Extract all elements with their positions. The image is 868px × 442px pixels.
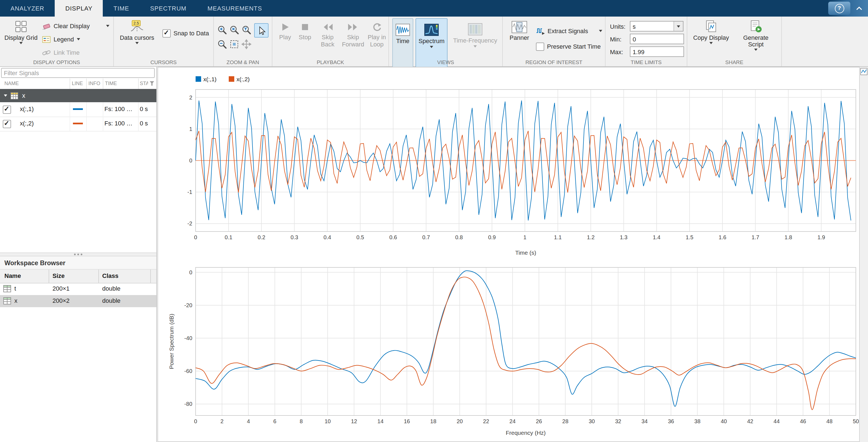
- svg-text:38: 38: [694, 418, 700, 424]
- fit-to-view-button[interactable]: [228, 38, 240, 50]
- spectrum-view-dropdown-icon: [430, 46, 433, 48]
- col-start[interactable]: START: [140, 81, 148, 86]
- preserve-start-time-checkbox[interactable]: [536, 42, 544, 51]
- variable-icon: [3, 297, 11, 305]
- svg-text:-40: -40: [184, 335, 192, 341]
- zoom-in-y-button[interactable]: [240, 24, 252, 36]
- svg-text:2.5: 2.5: [133, 21, 139, 25]
- panner-label: Panner: [510, 34, 529, 41]
- legend-button[interactable]: Legend: [42, 34, 110, 45]
- signal-x1-line-swatch: [73, 108, 83, 110]
- wb-col-size[interactable]: Size: [53, 273, 65, 279]
- tab-measurements[interactable]: MEASUREMENTS: [197, 0, 273, 17]
- col-time[interactable]: TIME: [105, 81, 117, 86]
- wb-t-class: double: [102, 285, 120, 292]
- svg-text:0: 0: [189, 270, 192, 276]
- signal-row-x2[interactable]: x(:,2) Fs: 100 … 0 s: [0, 117, 156, 131]
- panel-toggle-icon[interactable]: [860, 68, 867, 75]
- tab-display[interactable]: DISPLAY: [55, 0, 103, 17]
- generate-script-button[interactable]: Generate Script: [735, 20, 777, 51]
- play-in-loop-icon: [372, 22, 382, 32]
- help-button[interactable]: ?: [828, 2, 850, 15]
- time-plot[interactable]: 00.10.20.30.40.50.60.70.80.911.11.21.31.…: [167, 74, 860, 257]
- skip-back-button[interactable]: Skip Back: [317, 22, 339, 48]
- units-row: Units: s: [610, 21, 683, 31]
- svg-text:34: 34: [642, 418, 648, 424]
- legend-dropdown-icon: [76, 38, 80, 40]
- time-view-label: Time: [396, 38, 409, 44]
- wb-col-class[interactable]: Class: [102, 273, 119, 279]
- svg-text:0.9: 0.9: [488, 234, 496, 240]
- pan-icon: [242, 39, 251, 49]
- svg-text:0.3: 0.3: [290, 234, 298, 240]
- svg-text:46: 46: [800, 418, 806, 424]
- display-grid-button[interactable]: Display Grid: [3, 20, 39, 44]
- link-time-button[interactable]: Link Time: [42, 47, 110, 58]
- min-label: Min:: [610, 36, 630, 42]
- svg-text:0.4: 0.4: [323, 234, 331, 240]
- section-time-limits: Units: s Min: 0 Max: 1.99 TIME LIMITS: [606, 17, 687, 66]
- wb-col-name[interactable]: Name: [4, 273, 21, 279]
- signal-x1-checkbox[interactable]: [3, 105, 11, 114]
- wb-x-name: x: [14, 297, 18, 304]
- wb-t-name: t: [14, 285, 16, 292]
- play-button[interactable]: Play: [276, 22, 294, 41]
- signal-x2-checkbox[interactable]: [3, 120, 11, 128]
- signal-x1-time: Fs: 100 …: [104, 105, 133, 112]
- workspace-row-x[interactable]: x 200×2 double: [0, 295, 156, 307]
- snap-to-data-checkbox[interactable]: [162, 29, 171, 37]
- col-line[interactable]: LINE: [72, 81, 83, 86]
- spectrum-view-icon: [424, 24, 439, 36]
- play-in-loop-button[interactable]: Play in Loop: [367, 22, 386, 48]
- svg-text:1.4: 1.4: [653, 234, 660, 240]
- pan-button[interactable]: [240, 38, 252, 50]
- spectrum-view-label: Spectrum: [418, 38, 444, 44]
- zoom-in-icon: [217, 25, 227, 35]
- group-expand-icon[interactable]: [4, 94, 7, 97]
- stop-button[interactable]: Stop: [296, 22, 314, 41]
- zoom-out-button[interactable]: [216, 38, 228, 50]
- data-cursors-button[interactable]: 2.5 Data cursors: [118, 20, 156, 44]
- skip-forward-button[interactable]: Skip Forward: [341, 22, 365, 48]
- units-combobox[interactable]: s: [630, 21, 683, 31]
- svg-text:1.9: 1.9: [817, 234, 825, 240]
- panel-splitter[interactable]: [0, 252, 156, 256]
- panner-button[interactable]: Panner: [506, 21, 533, 41]
- filter-signals-input[interactable]: Filter Signals: [1, 68, 155, 78]
- copy-display-icon: [705, 20, 718, 33]
- workspace-row-t[interactable]: t 200×1 double: [0, 283, 156, 295]
- units-dropdown-button[interactable]: [674, 22, 683, 31]
- section-share: Copy Display Generate Script SHARE: [687, 17, 782, 66]
- column-filter-icon[interactable]: [149, 81, 155, 86]
- snap-to-data-checkbox-row[interactable]: Snap to Data: [162, 28, 211, 39]
- spectrum-plot[interactable]: 0246810121416182022242628303234363840424…: [167, 260, 860, 438]
- svg-text:0.1: 0.1: [225, 234, 232, 240]
- preserve-start-time-row[interactable]: Preserve Start Time: [536, 41, 603, 52]
- collapse-toolstrip-icon[interactable]: [856, 6, 863, 10]
- clear-display-label: Clear Display: [54, 23, 90, 29]
- signal-row-x1[interactable]: x(:,1) Fs: 100 … 0 s: [0, 102, 156, 117]
- time-frequency-dropdown-icon: [473, 45, 477, 48]
- right-edge-strip: [859, 67, 868, 442]
- extract-signals-button[interactable]: Extract Signals: [536, 25, 602, 36]
- toolstrip-filler: [782, 17, 868, 66]
- tab-time[interactable]: TIME: [103, 0, 140, 17]
- col-info[interactable]: INFO: [88, 81, 100, 86]
- tab-analyzer[interactable]: ANALYZER: [0, 0, 55, 17]
- pointer-tool-button[interactable]: [254, 23, 269, 38]
- min-input[interactable]: 0: [630, 34, 684, 44]
- zoom-in-button[interactable]: [216, 24, 228, 36]
- signal-group-row[interactable]: x: [0, 89, 156, 102]
- svg-text:-60: -60: [184, 368, 192, 374]
- zoom-in-x-button[interactable]: [228, 24, 240, 36]
- copy-display-button[interactable]: Copy Display: [693, 20, 729, 44]
- max-input[interactable]: 1.99: [630, 46, 684, 57]
- display-grid-dropdown-icon: [19, 42, 23, 44]
- tab-spectrum[interactable]: SPECTRUM: [140, 0, 197, 17]
- wb-x-size: 200×2: [53, 297, 70, 304]
- clear-display-button[interactable]: Clear Display: [42, 21, 110, 31]
- workspace-browser-title: Workspace Browser: [0, 256, 156, 270]
- col-name[interactable]: NAME: [4, 81, 19, 86]
- svg-text:18: 18: [430, 418, 436, 424]
- svg-text:20: 20: [457, 418, 463, 424]
